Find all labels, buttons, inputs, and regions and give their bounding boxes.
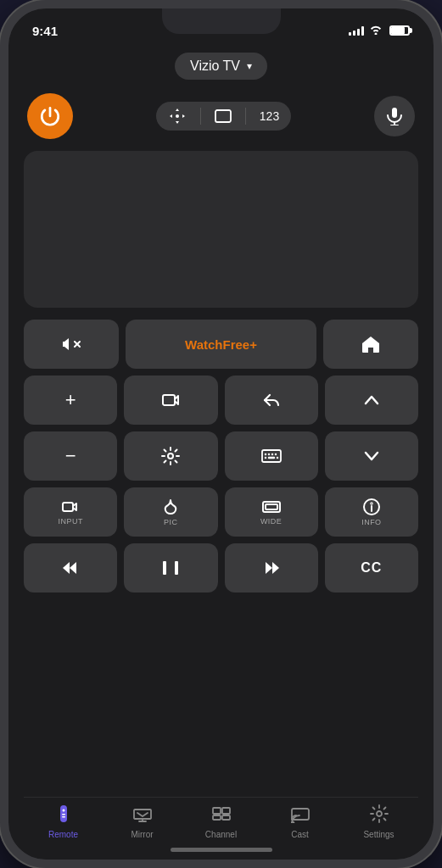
phone-frame: 9:41 bbox=[0, 0, 442, 868]
device-pill[interactable]: Vizio TV ▾ bbox=[175, 53, 267, 80]
phone-screen: 9:41 bbox=[8, 8, 434, 860]
mirror-nav-label: Mirror bbox=[131, 830, 153, 839]
vol-up-button[interactable]: + bbox=[24, 376, 117, 425]
remote-nav-label: Remote bbox=[48, 830, 78, 839]
vol-plus-icon: + bbox=[65, 389, 76, 411]
svg-rect-1 bbox=[215, 110, 231, 122]
signal-bar-1 bbox=[349, 32, 351, 36]
nav-item-cast[interactable]: Cast bbox=[260, 804, 339, 839]
svg-rect-24 bbox=[175, 561, 178, 575]
pic-label: PIC bbox=[164, 518, 178, 526]
info-button[interactable]: INFO bbox=[325, 487, 418, 537]
channel-nav-icon bbox=[212, 804, 231, 827]
vol-minus-icon: − bbox=[65, 445, 76, 467]
svg-rect-2 bbox=[392, 108, 397, 118]
divider bbox=[200, 108, 201, 125]
input-button[interactable]: INPUT bbox=[24, 487, 117, 537]
wide-label: WIDE bbox=[260, 517, 283, 526]
number-badge[interactable]: 123 bbox=[260, 109, 279, 123]
wide-button[interactable]: WIDE bbox=[225, 487, 318, 537]
vol-down-button[interactable]: − bbox=[24, 431, 117, 481]
svg-point-0 bbox=[176, 114, 179, 118]
svg-rect-28 bbox=[62, 816, 65, 818]
svg-point-26 bbox=[62, 810, 64, 812]
chevron-down-icon: ▾ bbox=[247, 60, 252, 72]
nav-item-settings[interactable]: Settings bbox=[339, 804, 418, 839]
watchfree-button[interactable]: WatchFree+ bbox=[126, 320, 316, 369]
notch bbox=[162, 8, 281, 34]
status-time: 9:41 bbox=[32, 24, 58, 38]
home-indicator bbox=[8, 843, 434, 860]
home-bar bbox=[171, 848, 272, 852]
touchpad[interactable] bbox=[24, 151, 418, 308]
arrow-down-button[interactable] bbox=[325, 431, 418, 481]
app-content: Vizio TV ▾ bbox=[8, 46, 434, 843]
cc-label: CC bbox=[361, 560, 382, 576]
dpad-icon-button[interactable] bbox=[168, 107, 187, 125]
pic-button[interactable]: PIC bbox=[124, 487, 217, 537]
top-controls: 123 bbox=[24, 93, 418, 139]
playpause-button[interactable] bbox=[124, 543, 217, 593]
screen-icon-button[interactable] bbox=[215, 109, 232, 123]
mic-button[interactable] bbox=[374, 96, 415, 136]
back-button[interactable] bbox=[225, 376, 318, 425]
svg-rect-27 bbox=[62, 814, 65, 815]
nav-item-channel[interactable]: Channel bbox=[182, 804, 260, 839]
info-label: INFO bbox=[361, 518, 382, 526]
svg-rect-9 bbox=[262, 450, 281, 462]
arrow-up-button[interactable] bbox=[325, 376, 418, 425]
mute-button[interactable] bbox=[24, 320, 119, 369]
svg-rect-31 bbox=[213, 815, 221, 820]
status-icons bbox=[349, 25, 410, 37]
svg-rect-7 bbox=[163, 395, 175, 405]
svg-rect-32 bbox=[222, 815, 230, 820]
top-center-controls: 123 bbox=[156, 102, 291, 131]
battery-icon bbox=[389, 25, 410, 36]
bottom-nav: Remote Mirror bbox=[24, 797, 418, 843]
battery-fill bbox=[391, 27, 405, 34]
svg-rect-19 bbox=[266, 504, 277, 509]
channel-nav-label: Channel bbox=[205, 830, 237, 839]
svg-rect-23 bbox=[163, 561, 166, 575]
cast-nav-label: Cast bbox=[291, 830, 309, 839]
power-button[interactable] bbox=[27, 93, 73, 139]
divider-2 bbox=[245, 108, 246, 125]
settings-button[interactable] bbox=[124, 431, 217, 481]
nav-item-remote[interactable]: Remote bbox=[24, 804, 103, 839]
mirror-nav-icon bbox=[133, 804, 152, 827]
nav-item-mirror[interactable]: Mirror bbox=[103, 804, 182, 839]
fastforward-button[interactable] bbox=[225, 543, 318, 593]
wifi-icon bbox=[369, 25, 383, 37]
remote-nav-icon bbox=[54, 804, 73, 827]
svg-rect-29 bbox=[213, 808, 221, 814]
device-name: Vizio TV bbox=[190, 58, 240, 74]
rewind-button[interactable] bbox=[24, 543, 117, 593]
svg-point-34 bbox=[291, 822, 294, 824]
home-button[interactable] bbox=[323, 320, 418, 369]
keyboard-button[interactable] bbox=[225, 431, 318, 481]
signal-bar-3 bbox=[357, 29, 360, 36]
svg-rect-30 bbox=[222, 808, 230, 814]
svg-rect-17 bbox=[63, 503, 73, 511]
settings-nav-icon bbox=[370, 804, 389, 827]
svg-point-22 bbox=[371, 503, 372, 504]
svg-point-35 bbox=[377, 811, 382, 816]
signal-bar-4 bbox=[361, 26, 364, 36]
watchfree-label: WatchFree+ bbox=[185, 337, 257, 352]
input-select-button[interactable] bbox=[124, 376, 217, 425]
settings-nav-label: Settings bbox=[363, 830, 394, 839]
cc-button[interactable]: CC bbox=[325, 543, 418, 593]
device-selector: Vizio TV ▾ bbox=[24, 53, 418, 80]
signal-bar-2 bbox=[353, 31, 355, 36]
cast-nav-icon bbox=[291, 804, 310, 827]
signal-bars-icon bbox=[349, 25, 364, 36]
svg-point-8 bbox=[168, 453, 173, 459]
input-label: INPUT bbox=[58, 517, 83, 526]
